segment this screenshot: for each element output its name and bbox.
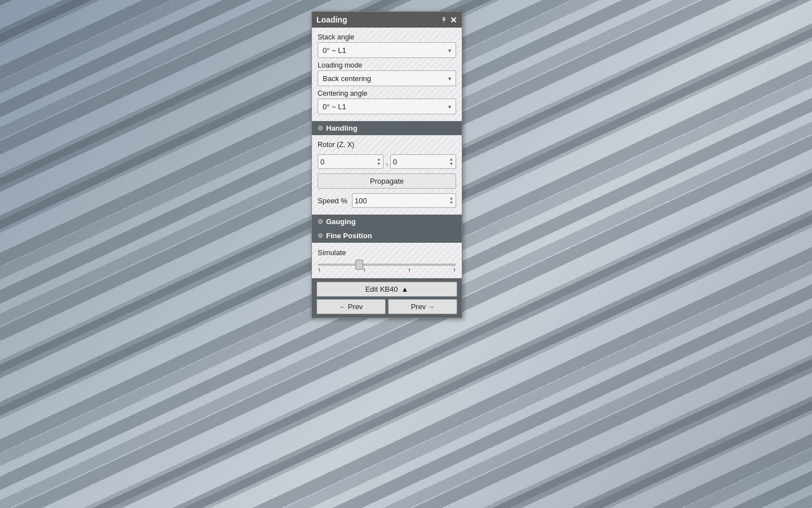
handling-content: Rotor (Z, X) 0 ▲ ▼ , 0 ▲ ▼: [312, 135, 462, 215]
fine-position-header-label: Fine Position: [326, 231, 372, 240]
title-bar-icons: 🖈 ✕: [440, 16, 457, 24]
loading-mode-value: Back centering: [323, 74, 371, 83]
close-icon[interactable]: ✕: [450, 16, 457, 24]
simulate-slider-track[interactable]: [318, 264, 456, 266]
title-bar-left: Loading: [316, 15, 347, 24]
fine-position-content: Simulate: [312, 243, 462, 278]
centering-angle-dropdown[interactable]: 0° ~ L1 ▾: [318, 99, 456, 114]
tick-3: [409, 268, 410, 271]
rotor-x-up[interactable]: ▲: [449, 157, 453, 162]
edit-kb-button[interactable]: Edit KB40 ▲: [316, 282, 457, 297]
rotor-z-up[interactable]: ▲: [377, 157, 381, 162]
edit-kb-up-arrow: ▲: [401, 285, 408, 293]
loading-panel: Loading 🖈 ✕ Stack angle 0° ~ L1 ▾ Loadin…: [311, 11, 462, 318]
loading-mode-field: Loading mode Back centering ▾: [318, 61, 456, 86]
speed-row: Speed % 100 ▲ ▼: [318, 193, 456, 208]
stack-angle-dropdown[interactable]: 0° ~ L1 ▾: [318, 42, 456, 58]
gauging-section-header[interactable]: ⊙ Gauging: [312, 215, 462, 229]
handling-section-header[interactable]: ⊙ Handling: [312, 121, 462, 135]
prev-right-label: Prev: [411, 302, 426, 311]
panel-title-bar: Loading 🖈 ✕: [312, 12, 462, 28]
rotor-z-value: 0: [320, 158, 324, 166]
fine-position-expand-icon: ⊙: [318, 232, 323, 239]
rotor-x-spinner[interactable]: 0 ▲ ▼: [390, 154, 456, 169]
rotor-z-down[interactable]: ▼: [377, 162, 381, 166]
rotor-z-arrows[interactable]: ▲ ▼: [377, 157, 381, 167]
rotor-x-value: 0: [393, 158, 397, 166]
tick-1: [319, 268, 320, 271]
centering-angle-arrow: ▾: [448, 104, 451, 110]
rotor-row: 0 ▲ ▼ , 0 ▲ ▼: [318, 154, 456, 169]
rotor-z-spinner[interactable]: 0 ▲ ▼: [318, 154, 383, 169]
simulate-slider-container: [318, 261, 456, 271]
prev-right-arrow-icon: →: [428, 304, 434, 310]
handling-expand-icon: ⊙: [318, 124, 323, 132]
pin-icon[interactable]: 🖈: [440, 16, 448, 24]
comma-separator: ,: [386, 158, 388, 166]
speed-label: Speed %: [318, 197, 347, 205]
gauging-expand-icon: ⊙: [318, 218, 323, 225]
gauging-header-label: Gauging: [326, 217, 356, 226]
speed-spinner[interactable]: 100 ▲ ▼: [352, 193, 456, 208]
loading-section: Stack angle 0° ~ L1 ▾ Loading mode Back …: [312, 28, 462, 121]
loading-mode-arrow: ▾: [448, 75, 451, 82]
stack-angle-arrow: ▾: [448, 47, 451, 54]
fine-position-section-header[interactable]: ⊙ Fine Position: [312, 229, 462, 243]
speed-down[interactable]: ▼: [449, 200, 453, 205]
prev-left-label: Prev: [348, 302, 363, 311]
centering-angle-label: Centering angle: [318, 90, 456, 97]
handling-header-label: Handling: [326, 124, 358, 132]
prev-left-arrow-icon: ←: [340, 304, 346, 310]
prev-left-button[interactable]: ← Prev: [316, 299, 386, 314]
stack-angle-field: Stack angle 0° ~ L1 ▾: [318, 33, 456, 58]
propagate-button[interactable]: Propagate: [318, 173, 456, 189]
centering-angle-value: 0° ~ L1: [323, 103, 346, 111]
tick-2: [364, 268, 365, 271]
tick-4: [454, 268, 455, 271]
panel-title: Loading: [316, 15, 347, 24]
simulate-slider-thumb[interactable]: [355, 260, 363, 270]
simulate-slider-ticks: [318, 268, 456, 271]
prev-right-button[interactable]: Prev →: [388, 299, 457, 314]
loading-mode-label: Loading mode: [318, 61, 456, 69]
bottom-buttons: Edit KB40 ▲ ← Prev Prev →: [312, 278, 462, 318]
loading-mode-dropdown[interactable]: Back centering ▾: [318, 70, 456, 86]
centering-angle-field: Centering angle 0° ~ L1 ▾: [318, 90, 456, 114]
rotor-label: Rotor (Z, X): [318, 141, 456, 149]
panel-body: Stack angle 0° ~ L1 ▾ Loading mode Back …: [312, 28, 462, 278]
speed-arrows[interactable]: ▲ ▼: [449, 196, 453, 206]
edit-kb-label: Edit KB40: [365, 285, 398, 293]
simulate-label: Simulate: [318, 248, 456, 257]
nav-row: ← Prev Prev →: [316, 299, 457, 314]
stack-angle-label: Stack angle: [318, 33, 456, 41]
stack-angle-value: 0° ~ L1: [323, 46, 346, 55]
rotor-x-down[interactable]: ▼: [449, 162, 453, 166]
speed-value: 100: [355, 197, 367, 205]
rotor-x-arrows[interactable]: ▲ ▼: [449, 157, 453, 167]
speed-up[interactable]: ▲: [449, 196, 453, 200]
